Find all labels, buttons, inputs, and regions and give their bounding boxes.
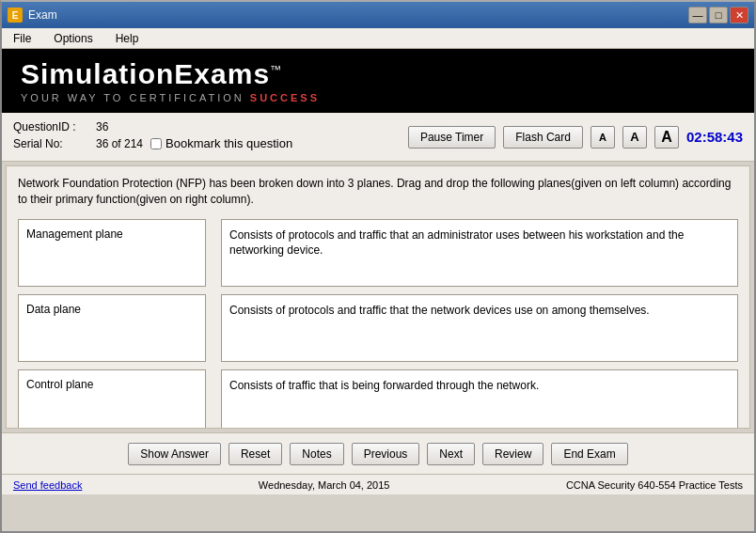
window-controls: — □ ✕ <box>688 7 748 24</box>
menu-bar: File Options Help <box>2 28 754 49</box>
logo-area: SimulationExams™ YOUR WAY TO CERTIFICATI… <box>2 49 754 113</box>
next-button[interactable]: Next <box>427 443 475 465</box>
menu-file[interactable]: File <box>9 30 35 47</box>
bookmark-checkbox[interactable] <box>150 138 162 149</box>
exam-name: CCNA Security 640-554 Practice Tests <box>566 479 743 491</box>
previous-button[interactable]: Previous <box>352 443 420 465</box>
main-content-area: Network Foundation Protection (NFP) has … <box>6 165 750 429</box>
title-bar: E Exam — □ ✕ <box>2 2 754 28</box>
list-item[interactable]: Management plane <box>18 219 206 287</box>
list-item: Consists of protocols and traffic that a… <box>221 219 738 287</box>
flash-card-button[interactable]: Flash Card <box>503 126 583 149</box>
app-icon: E <box>8 8 23 23</box>
close-button[interactable]: ✕ <box>730 7 748 24</box>
menu-help[interactable]: Help <box>112 30 143 47</box>
menu-options[interactable]: Options <box>50 30 96 47</box>
status-bar: Send feedback Wednesday, March 04, 2015 … <box>2 474 754 494</box>
bookmark-area: Bookmark this question <box>150 136 292 150</box>
serial-no-row: Serial No: 36 of 214 Bookmark this quest… <box>13 136 389 150</box>
dnd-left-column: Management plane Data plane Control plan… <box>18 219 206 428</box>
logo-sub: YOUR WAY TO CERTIFICATION SUCCESS <box>21 92 320 103</box>
timer-display: 02:58:43 <box>686 129 743 145</box>
question-info-left: QuestionID : 36 Serial No: 36 of 214 Boo… <box>13 120 389 153</box>
logo-main: SimulationExams™ <box>21 58 282 90</box>
font-large-button[interactable]: A <box>654 126 679 149</box>
list-item: Consists of protocols and traffic that t… <box>221 294 738 362</box>
maximize-button[interactable]: □ <box>709 7 728 24</box>
send-feedback-link[interactable]: Send feedback <box>13 479 82 491</box>
reset-button[interactable]: Reset <box>228 443 282 465</box>
question-text: Network Foundation Protection (NFP) has … <box>18 176 738 208</box>
question-id-row: QuestionID : 36 <box>13 120 389 133</box>
font-small-button[interactable]: A <box>591 126 615 149</box>
list-item[interactable]: Data plane <box>18 294 206 362</box>
font-medium-button[interactable]: A <box>622 126 647 149</box>
end-exam-button[interactable]: End Exam <box>551 443 627 465</box>
show-answer-button[interactable]: Show Answer <box>128 443 221 465</box>
bottom-buttons-bar: Show Answer Reset Notes Previous Next Re… <box>2 432 754 474</box>
question-id-value: 36 <box>96 120 108 133</box>
window-title: Exam <box>28 8 683 22</box>
content-scroll-area[interactable]: Network Foundation Protection (NFP) has … <box>7 166 749 428</box>
question-id-label: QuestionID : <box>13 120 88 133</box>
question-info-bar: QuestionID : 36 Serial No: 36 of 214 Boo… <box>2 113 754 162</box>
serial-no-value: 36 of 214 <box>96 137 143 150</box>
status-date: Wednesday, March 04, 2015 <box>82 479 566 491</box>
pause-timer-button[interactable]: Pause Timer <box>408 126 496 149</box>
minimize-button[interactable]: — <box>688 7 707 24</box>
list-item: Consists of traffic that is being forwar… <box>221 369 738 428</box>
serial-no-label: Serial No: <box>13 137 88 150</box>
question-info-right: Pause Timer Flash Card A A A 02:58:43 <box>408 126 743 149</box>
drag-drop-area: Management plane Data plane Control plan… <box>18 219 738 428</box>
dnd-right-column: Consists of protocols and traffic that a… <box>221 219 738 428</box>
main-window: E Exam — □ ✕ File Options Help Simulatio… <box>0 0 756 533</box>
bookmark-label: Bookmark this question <box>165 136 292 150</box>
list-item[interactable]: Control plane <box>18 369 206 428</box>
notes-button[interactable]: Notes <box>290 443 343 465</box>
review-button[interactable]: Review <box>482 443 543 465</box>
